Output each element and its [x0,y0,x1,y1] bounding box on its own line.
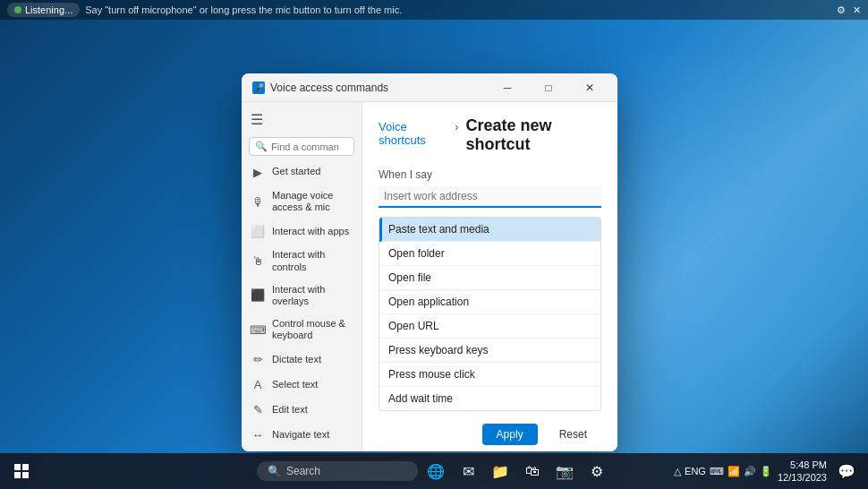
action-label-2: Open file [388,271,431,284]
mic-status-dot [14,6,21,13]
taskbar-right: △ ENG ⌨ 📶 🔊 🔋 5:48 PM 12/13/2023 💬 [674,457,861,485]
tray-battery[interactable]: 🔋 [760,466,772,477]
action-item-0[interactable]: Paste text and media [379,218,600,242]
action-list: Paste text and media Open folder Open fi… [379,217,601,411]
taskbar-settings[interactable]: ⚙ [583,457,611,485]
sidebar-item-interact-with-controls[interactable]: 🖱 Interact with controls [242,244,362,278]
sidebar-item-control-mouse--keyboard[interactable]: ⌨ Control mouse & keyboard [242,313,362,347]
hamburger-button[interactable]: ☰ [242,106,362,133]
tray-up-arrow[interactable]: △ [674,466,681,477]
maximize-button[interactable]: □ [528,73,569,102]
top-bar-left: Listening... Say "turn off microphone" o… [7,3,402,17]
taskbar-search-icon: 🔍 [268,465,281,477]
sidebar-item-navigate-text[interactable]: ↔ Navigate text [242,423,362,448]
notifications-button[interactable]: 💬 [832,457,861,485]
sidebar-label-7: Select text [272,379,318,390]
taskbar-clock: 5:48 PM 12/13/2023 [778,459,827,485]
taskbar: 🔍 Search 🌐 ✉ 📁 🛍 📷 ⚙ △ ENG ⌨ 📶 🔊 🔋 5:48 … [0,453,868,489]
sidebar-label-6: Dictate text [272,354,321,365]
search-icon: 🔍 [255,141,268,152]
sidebar-label-2: Interact with apps [272,226,349,237]
sidebar-item-interact-with-overlays[interactable]: ⬛ Interact with overlays [242,279,362,313]
sidebar-label-3: Interact with controls [272,249,353,272]
action-label-6: Press mouse click [388,368,475,381]
listening-text: Listening... [25,4,72,15]
sidebar-icon-3: 🖱 [251,254,265,269]
start-button[interactable] [7,457,36,485]
sidebar-item-get-started[interactable]: ▶ Get started [242,159,362,184]
close-icon[interactable]: ✕ [853,4,861,16]
apply-button[interactable]: Apply [482,424,538,445]
action-item-3[interactable]: Open application [379,290,600,314]
action-label-0: Paste text and media [388,223,489,236]
sidebar-item-interact-with-apps[interactable]: ⬜ Interact with apps [242,219,362,244]
dialog-titlebar: 🎤 Voice access commands ─ □ ✕ [242,73,617,102]
sidebar-icon-9: ↔ [251,428,265,442]
action-label-5: Press keyboard keys [388,344,488,356]
breadcrumb-link[interactable]: Voice shortcuts [379,120,447,147]
action-label-1: Open folder [388,247,445,260]
top-bar: Listening... Say "turn off microphone" o… [0,0,868,20]
sidebar-item-format-text[interactable]: T Format text [242,448,362,452]
taskbar-mail[interactable]: ✉ [454,457,482,485]
tray-wifi[interactable]: 📶 [728,466,740,477]
sidebar-item-dictate-text[interactable]: ✏ Dictate text [242,347,362,373]
action-label-4: Open URL [388,320,439,332]
sidebar-item-select-text[interactable]: A Select text [242,373,362,398]
top-bar-right: ⚙ ✕ [837,4,861,16]
action-item-7[interactable]: Add wait time [379,387,600,410]
sys-tray: △ ENG ⌨ 📶 🔊 🔋 [674,466,772,477]
page-header: Voice shortcuts › Create new shortcut [379,116,601,154]
breadcrumb-current: Create new shortcut [466,116,601,154]
sidebar-item-manage-voice-access--mic[interactable]: 🎙 Manage voice access & mic [242,184,362,219]
sidebar-label-1: Manage voice access & mic [272,190,353,213]
taskbar-left [7,457,36,485]
tray-volume[interactable]: 🔊 [744,466,756,477]
settings-icon[interactable]: ⚙ [837,4,846,16]
taskbar-widgets[interactable]: 🌐 [421,457,450,485]
tray-keyboard[interactable]: ⌨ [710,466,724,477]
reset-button[interactable]: Reset [545,424,601,445]
mic-tip-text: Say "turn off microphone" or long press … [85,4,402,15]
sidebar-item-edit-text[interactable]: ✎ Edit text [242,398,362,423]
svg-rect-0 [14,464,21,470]
dialog-body: ☰ 🔍 ▶ Get started 🎙 Manage voice access … [242,102,617,451]
sidebar-icon-2: ⬜ [251,224,265,238]
taskbar-search[interactable]: 🔍 Search [257,461,418,481]
dialog-title-icon: 🎤 [252,82,265,94]
action-label-7: Add wait time [388,392,453,405]
titlebar-controls: ─ □ ✕ [487,73,610,102]
sidebar-search-box[interactable]: 🔍 [249,137,354,156]
when-i-say-input[interactable] [379,186,601,208]
action-label-3: Open application [388,296,469,308]
action-buttons: Apply Reset [379,424,601,445]
svg-rect-1 [22,464,29,470]
action-item-2[interactable]: Open file [379,266,600,290]
action-item-4[interactable]: Open URL [379,314,600,339]
action-item-5[interactable]: Press keyboard keys [379,339,600,363]
sidebar-icon-7: A [251,378,265,392]
main-content: Voice shortcuts › Create new shortcut Wh… [362,102,617,451]
taskbar-photos[interactable]: 📷 [550,457,579,485]
close-button[interactable]: ✕ [569,73,610,102]
svg-rect-3 [22,472,29,478]
sidebar-icon-5: ⌨ [251,322,265,337]
breadcrumb-sep: › [455,120,458,133]
listening-status: Listening... [7,3,80,17]
sidebar: ☰ 🔍 ▶ Get started 🎙 Manage voice access … [242,102,362,451]
sidebar-icon-0: ▶ [251,165,265,179]
sidebar-label-9: Navigate text [272,429,329,441]
sidebar-icon-1: 🎙 [251,194,265,209]
action-item-6[interactable]: Press mouse click [379,363,600,387]
taskbar-center: 🔍 Search 🌐 ✉ 📁 🛍 📷 ⚙ [257,457,611,485]
minimize-button[interactable]: ─ [487,73,528,102]
sidebar-label-0: Get started [272,166,320,177]
action-item-1[interactable]: Open folder [379,242,600,266]
taskbar-explorer[interactable]: 📁 [486,457,515,485]
search-input[interactable] [271,142,338,152]
taskbar-store[interactable]: 🛍 [518,457,547,485]
tray-lang: ENG [685,466,706,476]
sidebar-icon-8: ✎ [251,403,265,417]
sidebar-icon-4: ⬛ [251,288,265,303]
dialog-title-area: 🎤 Voice access commands [252,82,388,94]
